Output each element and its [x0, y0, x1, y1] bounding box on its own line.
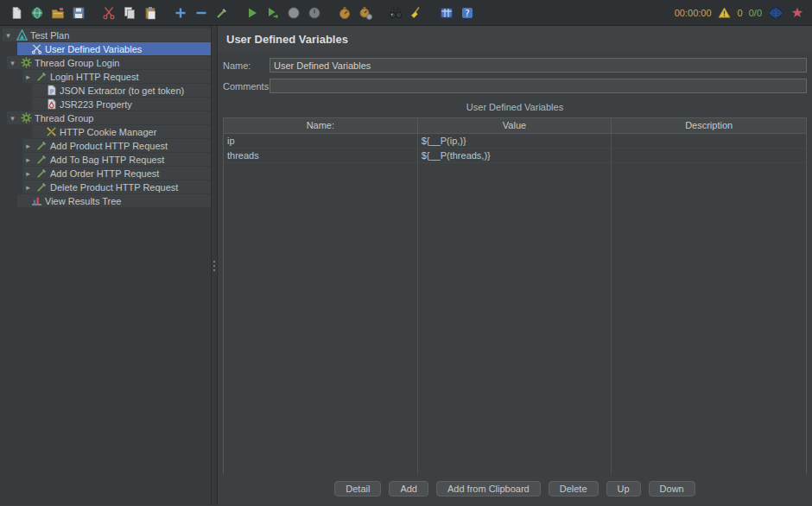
name-label: Name:: [223, 60, 270, 71]
down-button[interactable]: Down: [649, 481, 695, 497]
tree-item-label: Add Product HTTP Request: [50, 141, 168, 151]
expander-expanded-icon[interactable]: ▾: [8, 114, 17, 123]
templates-icon[interactable]: [28, 3, 47, 22]
thread-count: 0/0: [749, 8, 762, 18]
expander-collapsed-icon[interactable]: ▸: [23, 169, 33, 178]
tree-item-label: JSR223 Property: [60, 99, 132, 110]
json-extractor-icon: [45, 85, 57, 97]
expander-expanded-icon[interactable]: ▾: [3, 31, 13, 40]
up-button[interactable]: Up: [606, 481, 641, 497]
new-file-icon[interactable]: [7, 3, 26, 22]
tree-item-delete-product-http-request[interactable]: ▸ Delete Product HTTP Request: [0, 180, 211, 194]
http-request-icon: [35, 168, 48, 180]
cell-name[interactable]: ip: [224, 134, 418, 149]
add-button[interactable]: Add: [389, 481, 428, 497]
tree-item-label: Test Plan: [30, 30, 69, 41]
http-request-icon: [35, 154, 48, 166]
tree-item-user-defined-variables[interactable]: User Defined Variables: [0, 42, 211, 56]
start-icon[interactable]: [243, 3, 262, 22]
function-helper-icon[interactable]: [437, 3, 456, 22]
table-row[interactable]: ip ${__P(ip,)}: [224, 134, 806, 149]
workspace: ▾ Test Plan User Defined Variables ▾: [0, 26, 812, 505]
help-icon[interactable]: ?: [458, 3, 477, 22]
name-input[interactable]: [270, 58, 807, 73]
tree-item-label: Thread Group: [35, 113, 93, 123]
tree-item-thread-group[interactable]: ▾ Thread Group: [0, 111, 211, 125]
test-plan-icon: [16, 29, 28, 41]
search-reset-icon[interactable]: [407, 3, 426, 22]
paste-icon[interactable]: [141, 3, 160, 22]
tree-item-add-order-http-request[interactable]: ▸ Add Order HTTP Request: [0, 167, 211, 180]
toolbar: ? 00:00:00 0 0/0: [0, 0, 812, 26]
tree-item-label: Login HTTP Request: [50, 72, 139, 82]
detail-button[interactable]: Detail: [334, 481, 381, 497]
comments-input[interactable]: [270, 79, 807, 93]
comments-row: Comments:: [223, 79, 807, 93]
cell-value[interactable]: ${__P(threads,)}: [418, 149, 612, 163]
name-row: Name:: [223, 58, 807, 73]
thread-group-icon: [20, 112, 32, 124]
tree-item-label: Thread Group Login: [35, 58, 119, 68]
http-request-icon: [35, 181, 48, 193]
thread-group-icon: [20, 57, 32, 69]
tree-item-label: Add Order HTTP Request: [50, 168, 159, 179]
tree-item-label: HTTP Cookie Manager: [60, 127, 156, 137]
target-icon[interactable]: [768, 5, 783, 21]
cell-name[interactable]: threads: [224, 149, 418, 163]
expander-collapsed-icon[interactable]: ▸: [23, 183, 33, 192]
column-header-description[interactable]: Description: [612, 118, 806, 133]
column-header-name[interactable]: Name:: [224, 118, 418, 133]
cut-icon[interactable]: [99, 3, 118, 22]
column-header-value[interactable]: Value: [418, 118, 612, 133]
delete-button[interactable]: Delete: [549, 481, 599, 497]
tree-item-label: Add To Bag HTTP Request: [50, 155, 164, 165]
tree-item-login-http-request[interactable]: ▸ Login HTTP Request: [0, 70, 211, 84]
cell-description[interactable]: [612, 134, 806, 149]
http-request-icon: [35, 140, 48, 152]
main-panel: User Defined Variables Name: Comments: U…: [218, 26, 812, 505]
elapsed-timer: 00:00:00: [675, 8, 712, 18]
expander-expanded-icon[interactable]: ▾: [8, 59, 17, 67]
tree-item-add-product-http-request[interactable]: ▸ Add Product HTTP Request: [0, 139, 211, 153]
remove-icon[interactable]: [192, 3, 211, 22]
tree-item-test-plan[interactable]: ▾ Test Plan: [0, 28, 211, 42]
expander-collapsed-icon[interactable]: ▸: [23, 142, 33, 150]
activity-icon[interactable]: [790, 5, 805, 21]
splitter-handle[interactable]: [211, 26, 218, 505]
save-icon[interactable]: [69, 3, 88, 22]
cell-value[interactable]: ${__P(ip,)}: [418, 134, 612, 149]
cell-description[interactable]: [612, 149, 806, 163]
search-icon[interactable]: [386, 3, 405, 22]
svg-text:?: ?: [465, 9, 469, 18]
open-icon[interactable]: [48, 3, 67, 22]
variables-table: Name: Value Description ip ${__P(ip,)} t…: [223, 117, 807, 474]
expander-collapsed-icon[interactable]: ▸: [23, 73, 33, 81]
tree-item-view-results-tree[interactable]: View Results Tree: [0, 194, 211, 208]
jmeter-window: ? 00:00:00 0 0/0 ▾ Test Plan: [0, 0, 812, 505]
table-row[interactable]: threads ${__P(threads,)}: [224, 149, 806, 163]
copy-icon[interactable]: [120, 3, 139, 22]
table-actions: Detail Add Add from Clipboard Delete Up …: [223, 474, 807, 501]
tree-item-http-cookie-manager[interactable]: HTTP Cookie Manager: [0, 125, 211, 139]
jsr223-icon: [45, 98, 57, 111]
tree-item-label: JSON Extractor (to get token): [60, 85, 184, 96]
add-from-clipboard-button[interactable]: Add from Clipboard: [436, 481, 541, 497]
shutdown-icon[interactable]: [305, 3, 324, 22]
tree-item-thread-group-login[interactable]: ▾ Thread Group Login: [0, 56, 211, 70]
stop-icon[interactable]: [284, 3, 303, 22]
table-empty-area: [224, 163, 806, 474]
add-icon[interactable]: [171, 3, 190, 22]
tree-item-jsr223-property[interactable]: JSR223 Property: [0, 98, 211, 111]
clear-icon[interactable]: [335, 3, 354, 22]
tree-item-add-to-bag-http-request[interactable]: ▸ Add To Bag HTTP Request: [0, 153, 211, 167]
warning-count: 0: [738, 8, 743, 18]
start-no-timers-icon[interactable]: [263, 3, 282, 22]
tree-item-label: View Results Tree: [45, 196, 121, 206]
clear-all-icon[interactable]: [356, 3, 375, 22]
test-plan-tree: ▾ Test Plan User Defined Variables ▾: [0, 26, 211, 505]
warning-icon[interactable]: [718, 6, 732, 20]
expander-collapsed-icon[interactable]: ▸: [23, 155, 33, 164]
http-request-icon: [35, 71, 48, 83]
tree-item-json-extractor[interactable]: JSON Extractor (to get token): [0, 84, 211, 98]
toggle-icon[interactable]: [213, 3, 232, 22]
